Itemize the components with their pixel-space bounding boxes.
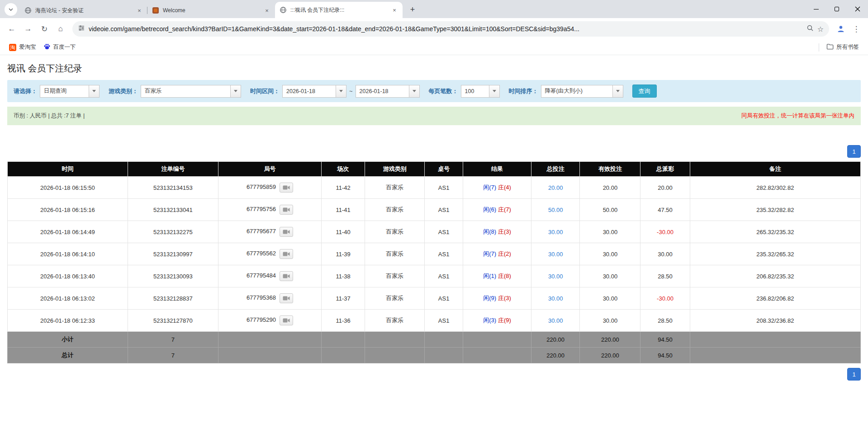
url-text[interactable]: videoie.com/game/betrecord_search/kind3?… — [89, 25, 803, 33]
cell-valid-bet: 30.00 — [580, 287, 640, 310]
close-icon[interactable]: × — [263, 7, 270, 14]
subtotal-payout: 94.50 — [640, 332, 690, 348]
cell-bet-id: 523132134153 — [128, 177, 218, 199]
cell-time: 2026-01-18 06:13:40 — [8, 265, 128, 287]
globe-icon — [24, 7, 32, 14]
cell-round: 677795562 — [218, 243, 321, 265]
close-icon[interactable]: × — [391, 6, 398, 14]
close-icon[interactable]: × — [136, 7, 143, 14]
cell-time: 2026-01-18 06:12:33 — [8, 310, 128, 332]
cell-table: AS1 — [425, 177, 463, 199]
header-game: 游戏类别 — [365, 162, 425, 177]
header-session: 场次 — [322, 162, 365, 177]
replay-video-button[interactable] — [280, 249, 293, 259]
subtotal-total-bet: 220.00 — [531, 332, 580, 348]
zoom-icon[interactable] — [806, 24, 814, 33]
replay-video-button[interactable] — [280, 271, 293, 281]
all-bookmarks-button[interactable]: 所有书签 — [823, 41, 863, 53]
date-start-select[interactable]: 2026-01-18 — [282, 85, 346, 98]
total-bet-link[interactable]: 30.00 — [548, 251, 563, 258]
chevron-down-icon[interactable] — [336, 85, 346, 98]
pagination-top: 1 — [7, 145, 861, 158]
sort-select[interactable]: 降幂(由大到小) — [541, 85, 623, 98]
address-bar[interactable]: videoie.com/game/betrecord_search/kind3?… — [72, 21, 829, 37]
new-tab-button[interactable]: + — [406, 3, 419, 16]
date-mode-select[interactable]: 日期查询 — [40, 85, 100, 98]
cell-note: 265.32/235.32 — [690, 221, 860, 243]
bet-records-table: 时间 注单编号 局号 场次 游戏类别 桌号 结果 总投注 有效投注 总派彩 备注… — [7, 161, 861, 363]
date-end-value: 2026-01-18 — [356, 85, 409, 98]
game-type-label: 游戏类别： — [109, 87, 138, 95]
filter-game-type: 游戏类别： 百家乐 — [109, 85, 241, 98]
replay-video-button[interactable] — [280, 183, 293, 193]
divider — [819, 43, 819, 52]
chevron-down-icon[interactable] — [409, 85, 420, 98]
tab-haiyan-forum[interactable]: 海燕论坛 - 安全验证 × — [20, 3, 147, 18]
chevron-down-icon[interactable] — [612, 85, 623, 98]
back-icon[interactable]: ← — [5, 22, 19, 36]
cell-payout: 30.00 — [640, 243, 690, 265]
profile-icon[interactable] — [834, 22, 848, 36]
total-bet-link[interactable]: 50.00 — [548, 207, 563, 213]
menu-icon[interactable]: ⋮ — [849, 22, 863, 36]
reload-icon[interactable]: ↻ — [37, 22, 52, 36]
bookmark-taobao[interactable]: 淘 爱淘宝 — [5, 42, 40, 53]
cell-total-bet: 50.00 — [531, 199, 580, 221]
total-bet-link[interactable]: 20.00 — [548, 184, 563, 191]
tab-search-icon[interactable] — [5, 3, 17, 16]
filter-sort: 时间排序： 降幂(由大到小) — [509, 85, 623, 98]
total-total-bet: 220.00 — [531, 348, 580, 363]
replay-video-button[interactable] — [280, 315, 293, 325]
cell-total-bet: 30.00 — [531, 221, 580, 243]
cell-total-bet: 30.00 — [531, 265, 580, 287]
cell-time: 2026-01-18 06:13:02 — [8, 287, 128, 310]
cell-session: 11-40 — [322, 221, 365, 243]
bookmark-baidu[interactable]: 百度一下 — [40, 41, 80, 53]
maximize-button[interactable] — [826, 0, 847, 18]
chevron-down-icon[interactable] — [89, 85, 100, 98]
table-footer: 小计 7 220.00 220.00 94.50 总计 7 220.00 220… — [8, 332, 861, 363]
date-separator: ~ — [349, 88, 353, 94]
filter-date-range: 时间区间： 2026-01-18 ~ 2026-01-18 — [250, 85, 420, 98]
cell-round: 677795484 — [218, 265, 321, 287]
cell-game: 百家乐 — [365, 310, 425, 332]
cell-table: AS1 — [425, 287, 463, 310]
cell-result: 闲(1)庄(8) — [463, 265, 531, 287]
close-button[interactable] — [847, 0, 868, 18]
cell-bet-id: 523132128837 — [128, 287, 218, 310]
forward-icon[interactable]: → — [21, 22, 35, 36]
cell-bet-id: 523132132275 — [128, 221, 218, 243]
cell-payout: -30.00 — [640, 221, 690, 243]
total-bet-link[interactable]: 30.00 — [548, 317, 563, 324]
search-button[interactable]: 查询 — [632, 85, 657, 98]
page-size-select[interactable]: 100 — [461, 85, 500, 98]
game-type-select[interactable]: 百家乐 — [141, 85, 241, 98]
minimize-button[interactable] — [806, 0, 826, 18]
header-table: 桌号 — [425, 162, 463, 177]
replay-video-button[interactable] — [280, 293, 293, 303]
cell-valid-bet: 30.00 — [580, 310, 640, 332]
replay-video-button[interactable] — [280, 227, 293, 237]
table-row: 2026-01-18 06:14:10 523132130997 6777955… — [8, 243, 861, 265]
chevron-down-icon[interactable] — [230, 85, 241, 98]
cell-game: 百家乐 — [365, 243, 425, 265]
page-1-button[interactable]: 1 — [847, 145, 861, 158]
tab-welcome[interactable]: Welcome × — [147, 3, 275, 18]
table-row: 2026-01-18 06:13:40 523132130093 6777954… — [8, 265, 861, 287]
total-bet-link[interactable]: 30.00 — [548, 295, 563, 302]
total-bet-link[interactable]: 30.00 — [548, 229, 563, 235]
cell-table: AS1 — [425, 265, 463, 287]
chevron-down-icon[interactable] — [489, 85, 500, 98]
home-icon[interactable]: ⌂ — [53, 22, 68, 36]
date-end-select[interactable]: 2026-01-18 — [356, 85, 420, 98]
site-info-icon[interactable] — [78, 24, 85, 33]
page-1-button[interactable]: 1 — [847, 368, 861, 381]
total-bet-link[interactable]: 30.00 — [548, 273, 563, 280]
cell-note: 235.32/282.82 — [690, 199, 860, 221]
bookmark-star-icon[interactable]: ☆ — [817, 25, 824, 33]
site-logo-icon — [152, 7, 159, 14]
cell-result: 闲(6)庄(7) — [463, 199, 531, 221]
bookmarks-bar: 淘 爱淘宝 百度一下 所有书签 — [0, 40, 868, 55]
replay-video-button[interactable] — [280, 205, 293, 215]
tab-bet-records[interactable]: :::视讯 会员下注纪录::: × — [275, 2, 403, 18]
